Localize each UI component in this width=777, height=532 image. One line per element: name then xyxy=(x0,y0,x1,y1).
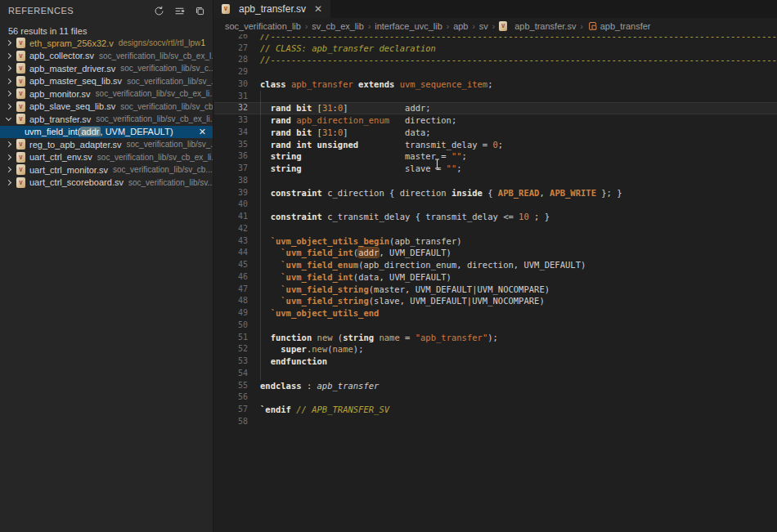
line-number[interactable]: 39 xyxy=(214,187,248,199)
line-text[interactable]: function new (string name = "apb_transfe… xyxy=(260,332,498,344)
code-line: 29 xyxy=(214,66,777,78)
chevron-right-icon[interactable] xyxy=(6,167,11,172)
line-text[interactable]: class apb_transfer extends uvm_sequence_… xyxy=(260,78,493,91)
line-text[interactable]: rand bit [31:0] addr; xyxy=(260,102,431,114)
reference-file-row[interactable]: vuart_ctrl_monitor.svsoc_verification_li… xyxy=(0,163,213,177)
line-text[interactable]: `uvm_field_string(master, UVM_DEFAULT|UV… xyxy=(260,284,550,296)
line-text[interactable]: // CLASS: apb_transfer declaration xyxy=(260,42,436,55)
line-number[interactable]: 29 xyxy=(214,66,248,78)
reference-file-row[interactable]: vapb_slave_seq_lib.svsoc_verification_li… xyxy=(0,101,213,114)
breadcrumb-item[interactable]: soc_verification_lib xyxy=(225,21,301,31)
chevron-right-icon[interactable] xyxy=(6,180,11,186)
line-number[interactable]: 54 xyxy=(214,368,248,380)
tab-close-icon[interactable]: ✕ xyxy=(314,3,322,15)
line-text[interactable]: constraint c_direction { direction insid… xyxy=(260,187,622,199)
reference-file-row[interactable]: vapb_master_seq_lib.svsoc_verification_l… xyxy=(0,75,213,88)
line-text[interactable]: `uvm_object_utils_end xyxy=(260,307,379,320)
chevron-right-icon[interactable] xyxy=(6,104,11,110)
line-text[interactable]: constraint c_transmit_delay { transmit_d… xyxy=(260,211,550,223)
line-number[interactable]: 55 xyxy=(214,380,248,392)
breadcrumb-item[interactable]: sv_cb_ex_lib xyxy=(312,21,364,31)
chevron-right-icon[interactable] xyxy=(6,53,11,59)
collapse-all-icon[interactable] xyxy=(173,4,186,17)
line-text[interactable]: `uvm_field_enum(apb_direction_enum, dire… xyxy=(260,259,586,271)
file-path: soc_verification_lib/sv_... xyxy=(127,77,213,86)
tab-apb-transfer[interactable]: v apb_transfer.sv ✕ xyxy=(214,0,330,18)
line-number[interactable]: 34 xyxy=(214,127,248,139)
line-text[interactable]: //--------------------------------------… xyxy=(260,54,777,66)
reference-file-row[interactable]: vapb_monitor.svsoc_verification_lib/sv_c… xyxy=(0,87,213,101)
breadcrumb-item[interactable]: apb xyxy=(453,21,468,31)
line-text[interactable]: rand int unsigned transmit_delay = 0; xyxy=(260,139,503,151)
line-text[interactable]: endclass : apb_transfer xyxy=(260,380,379,392)
close-icon[interactable]: ✕ xyxy=(199,127,213,137)
chevron-right-icon[interactable] xyxy=(6,91,11,96)
reference-file-row[interactable]: vuart_ctrl_scoreboard.svsoc_verification… xyxy=(0,177,213,190)
code-editor[interactable]: 26//------------------------------------… xyxy=(214,34,777,532)
chevron-right-icon[interactable] xyxy=(6,141,11,147)
line-text[interactable]: `uvm_field_int(addr, UVM_DEFAULT) xyxy=(260,247,451,259)
line-number[interactable]: 58 xyxy=(214,416,248,428)
line-number[interactable]: 49 xyxy=(214,307,248,320)
chevron-right-icon[interactable] xyxy=(6,78,11,84)
reference-file-row[interactable]: veth_spram_256x32.vdesigns/socv/rtl/rtl_… xyxy=(0,37,213,50)
line-text[interactable]: `endif // APB_TRANSFER_SV xyxy=(260,404,389,416)
code-token: ] data; xyxy=(343,127,430,137)
line-number[interactable]: 36 xyxy=(214,150,248,163)
line-text[interactable]: rand apb_direction_enum direction; xyxy=(260,114,456,127)
code-line: 44 `uvm_field_int(addr, UVM_DEFAULT) xyxy=(214,247,777,259)
line-number[interactable]: 37 xyxy=(214,163,248,175)
line-number[interactable]: 42 xyxy=(214,223,248,235)
breadcrumb-item[interactable]: sv xyxy=(479,21,488,31)
line-text[interactable]: string master = ""; xyxy=(260,150,467,163)
line-number[interactable]: 53 xyxy=(214,355,248,368)
line-number[interactable]: 46 xyxy=(214,271,248,284)
chevron-down-icon[interactable] xyxy=(6,115,11,121)
line-number[interactable]: 33 xyxy=(214,114,248,127)
code-token xyxy=(260,115,271,125)
line-number[interactable]: 50 xyxy=(214,320,248,332)
line-number[interactable]: 57 xyxy=(214,404,248,416)
line-number[interactable]: 41 xyxy=(214,211,248,223)
line-number[interactable]: 30 xyxy=(214,78,248,91)
line-number[interactable]: 32 xyxy=(214,102,248,114)
breadcrumb-item[interactable]: vapb_transfer.sv xyxy=(499,21,576,31)
line-number[interactable]: 27 xyxy=(214,42,248,55)
line-number[interactable]: 52 xyxy=(214,343,248,355)
line-number[interactable]: 35 xyxy=(214,139,248,151)
line-text[interactable]: //--------------------------------------… xyxy=(260,34,777,42)
line-number[interactable]: 47 xyxy=(214,284,248,296)
reference-file-row[interactable]: vapb_master_driver.svsoc_verification_li… xyxy=(0,62,213,75)
reference-result-row[interactable]: uvm_field_int(addr, UVM_DEFAULT)✕ xyxy=(0,126,213,139)
reference-file-row[interactable]: vreg_to_apb_adapter.svsoc_verification_l… xyxy=(0,138,213,151)
code-token: inside xyxy=(451,188,483,198)
line-number[interactable]: 48 xyxy=(214,295,248,307)
line-text[interactable]: `uvm_object_utils_begin(apb_transfer) xyxy=(260,235,462,248)
reference-file-row[interactable]: vapb_transfer.svsoc_verification_lib/sv_… xyxy=(0,113,213,126)
line-number[interactable]: 26 xyxy=(214,34,248,42)
line-number[interactable]: 43 xyxy=(214,235,248,248)
line-number[interactable]: 44 xyxy=(214,247,248,259)
line-number[interactable]: 51 xyxy=(214,332,248,344)
chevron-right-icon[interactable] xyxy=(6,40,11,46)
line-text[interactable]: super.new(name); xyxy=(260,343,363,355)
line-text[interactable]: string slave = ""; xyxy=(260,163,462,175)
line-number[interactable]: 28 xyxy=(214,54,248,66)
refresh-icon[interactable] xyxy=(152,4,165,17)
line-number[interactable]: 45 xyxy=(214,259,248,271)
chevron-right-icon[interactable] xyxy=(6,65,11,71)
line-number[interactable]: 40 xyxy=(214,199,248,211)
breadcrumb-item[interactable]: apb_transfer xyxy=(587,21,651,31)
line-text[interactable]: `uvm_field_string(slave, UVM_DEFAULT|UVM… xyxy=(260,295,545,307)
reference-file-row[interactable]: vuart_ctrl_env.svsoc_verification_lib/sv… xyxy=(0,151,213,164)
breadcrumb-item[interactable]: interface_uvc_lib xyxy=(375,21,442,31)
line-number[interactable]: 31 xyxy=(214,91,248,103)
copy-all-icon[interactable] xyxy=(193,4,206,17)
line-text[interactable]: `uvm_field_int(data, UVM_DEFAULT) xyxy=(260,271,451,284)
line-text[interactable]: rand bit [31:0] data; xyxy=(260,127,431,139)
chevron-right-icon[interactable] xyxy=(6,154,11,160)
line-text[interactable]: endfunction xyxy=(260,355,327,368)
line-number[interactable]: 38 xyxy=(214,175,248,187)
reference-file-row[interactable]: vapb_collector.svsoc_verification_lib/sv… xyxy=(0,50,213,63)
line-number[interactable]: 56 xyxy=(214,391,248,404)
